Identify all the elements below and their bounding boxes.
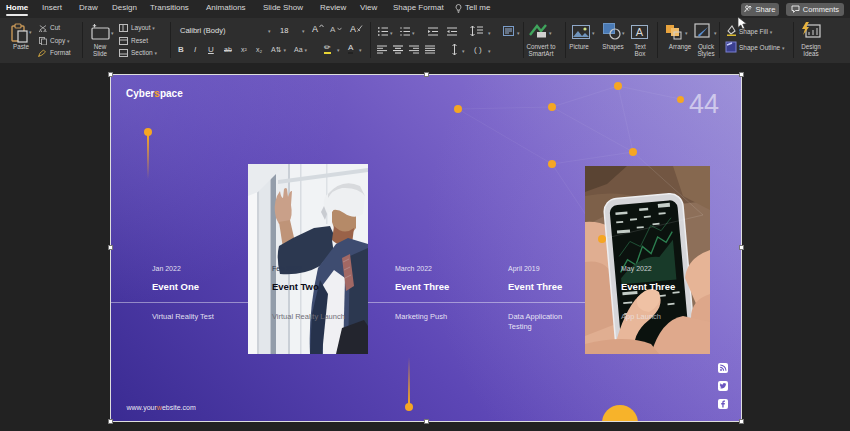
svg-text:A: A [636,26,644,38]
